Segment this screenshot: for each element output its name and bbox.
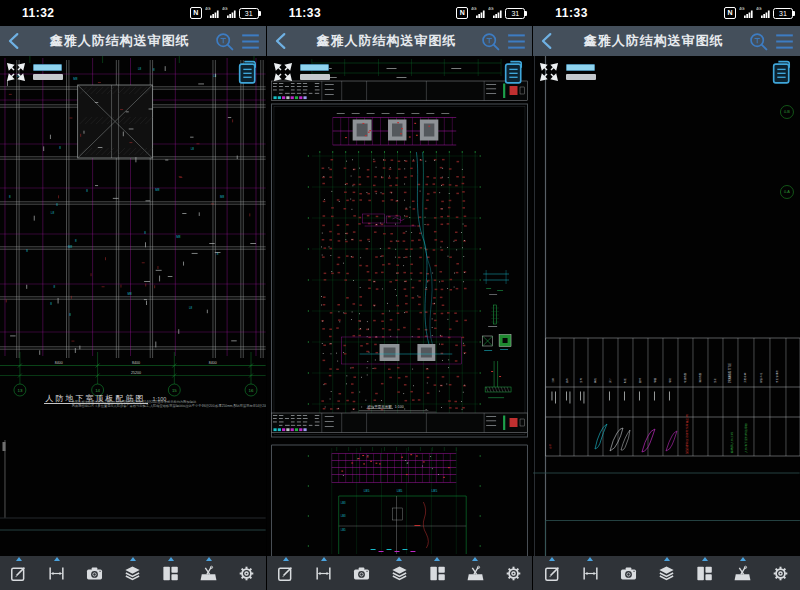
page-title: 鑫雅人防结构送审图纸 bbox=[26, 32, 214, 50]
svg-text:日期: 日期 bbox=[551, 377, 555, 383]
caret-up-icon bbox=[54, 557, 60, 561]
layout-tool-button[interactable] bbox=[690, 556, 720, 590]
fullscreen-button[interactable] bbox=[538, 61, 560, 83]
back-icon[interactable] bbox=[271, 30, 293, 52]
layers-tool-button[interactable] bbox=[652, 556, 682, 590]
menu-icon[interactable] bbox=[240, 31, 261, 52]
caret-up-icon bbox=[740, 557, 746, 561]
gray-pill-toggle[interactable] bbox=[566, 74, 596, 80]
phone-screen-1: 11:32 N 4G 4G 31 鑫雅人防结构送审图纸 M88L88M88L88… bbox=[0, 0, 267, 590]
svg-text:8: 8 bbox=[59, 146, 61, 150]
toolbox-tool-button[interactable] bbox=[460, 556, 490, 590]
page-title: 鑫雅人防结构送审图纸 bbox=[559, 32, 748, 50]
triple-screenshot-strip: 11:32 N 4G 4G 31 鑫雅人防结构送审图纸 M88L88M88L88… bbox=[0, 0, 800, 590]
back-icon[interactable] bbox=[4, 30, 26, 52]
cad-viewport[interactable]: 0-B0-A日期比例图号版次设计制图校对审核审定专业负责项目负责图名DRAWIN… bbox=[533, 56, 800, 556]
fullscreen-button[interactable] bbox=[272, 61, 294, 83]
svg-text:审定: 审定 bbox=[669, 377, 673, 383]
svg-text:8: 8 bbox=[53, 285, 55, 289]
annotations-button[interactable] bbox=[236, 59, 261, 86]
signal-icon-sim2: 4G bbox=[488, 7, 502, 19]
svg-text:项目负责: 项目负责 bbox=[699, 372, 703, 383]
svg-text:M8: M8 bbox=[73, 77, 77, 81]
caret-up-icon bbox=[321, 557, 327, 561]
caret-up-icon bbox=[283, 557, 289, 561]
measure-tool-button[interactable] bbox=[309, 556, 339, 590]
svg-text:M8: M8 bbox=[155, 188, 159, 192]
caret-up-icon bbox=[396, 557, 402, 561]
fullscreen-button[interactable] bbox=[5, 61, 27, 83]
phone-screen-3: 11:33 N 4G 4G 31 鑫雅人防结构送审图纸 0-B0-A日期比例图号… bbox=[533, 0, 800, 590]
caret-up-icon bbox=[587, 557, 593, 561]
status-icons: N 4G 4G 31 bbox=[190, 7, 259, 19]
search-icon[interactable] bbox=[480, 31, 501, 52]
svg-text:版次: 版次 bbox=[594, 377, 598, 383]
nfc-icon: N bbox=[456, 7, 468, 19]
menu-icon[interactable] bbox=[774, 31, 795, 52]
layers-tool-button[interactable] bbox=[384, 556, 414, 590]
caret-up-icon bbox=[206, 557, 212, 561]
blue-pill-toggle[interactable] bbox=[300, 64, 329, 71]
svg-text:8: 8 bbox=[86, 189, 88, 193]
settings-tool-button[interactable] bbox=[232, 556, 262, 590]
layers-tool-button[interactable] bbox=[118, 556, 148, 590]
blue-pill-toggle[interactable] bbox=[33, 64, 62, 71]
edit-tool-button[interactable] bbox=[537, 556, 567, 590]
toolbox-tool-button[interactable] bbox=[194, 556, 224, 590]
gray-pill-toggle[interactable] bbox=[300, 74, 330, 80]
app-header: 鑫雅人防结构送审图纸 bbox=[267, 26, 533, 56]
nfc-icon: N bbox=[724, 7, 736, 19]
svg-text:比例: 比例 bbox=[566, 377, 570, 383]
blue-pill-toggle[interactable] bbox=[566, 64, 595, 71]
app-header: 鑫雅人防结构送审图纸 bbox=[533, 26, 800, 56]
svg-text:8400: 8400 bbox=[55, 361, 63, 365]
svg-text:会签: 会签 bbox=[549, 443, 553, 449]
camera-tool-button[interactable] bbox=[614, 556, 644, 590]
caret-up-icon bbox=[16, 557, 22, 561]
cad-viewport[interactable]: LB5LB5LB5LB3LB3LB5 桩位平面布置图1:100 bbox=[267, 56, 533, 556]
signal-icon-sim1: 4G bbox=[471, 7, 485, 19]
svg-text:鑫雅苑人防工程: 鑫雅苑人防工程 bbox=[731, 432, 735, 454]
camera-tool-button[interactable] bbox=[347, 556, 377, 590]
svg-text:8: 8 bbox=[75, 239, 77, 243]
svg-text:DRAWING TITLE: DRAWING TITLE bbox=[729, 363, 733, 383]
status-icons: N 4G 4G 31 bbox=[724, 7, 793, 19]
measure-tool-button[interactable] bbox=[575, 556, 605, 590]
page-title: 鑫雅人防结构送审图纸 bbox=[293, 32, 481, 50]
svg-text:建设单位: 建设单位 bbox=[760, 372, 764, 384]
camera-tool-button[interactable] bbox=[80, 556, 110, 590]
gray-pill-toggle[interactable] bbox=[33, 74, 63, 80]
svg-text:M8: M8 bbox=[68, 245, 72, 249]
svg-text:专业负责: 专业负责 bbox=[684, 372, 688, 383]
svg-text:审核: 审核 bbox=[654, 377, 658, 383]
svg-text:8: 8 bbox=[9, 195, 11, 199]
back-icon[interactable] bbox=[537, 30, 559, 52]
cad-viewport[interactable]: M88L88M88L88M88L88M88L88M88L88M88L888400… bbox=[0, 56, 266, 556]
edit-tool-button[interactable] bbox=[271, 556, 301, 590]
cad-drawing-titleblock: 0-B0-A日期比例图号版次设计制图校对审核审定专业负责项目负责图名DRAWIN… bbox=[533, 56, 800, 556]
caret-up-icon bbox=[434, 557, 440, 561]
svg-text:8400: 8400 bbox=[209, 361, 217, 365]
toolbox-tool-button[interactable] bbox=[728, 556, 758, 590]
measure-tool-button[interactable] bbox=[42, 556, 72, 590]
annotations-button[interactable] bbox=[502, 59, 527, 86]
status-bar: 11:33 N 4G 4G 31 bbox=[267, 0, 533, 26]
layout-tool-button[interactable] bbox=[422, 556, 452, 590]
search-icon[interactable] bbox=[748, 31, 769, 52]
svg-text:LB5: LB5 bbox=[431, 489, 437, 493]
menu-icon[interactable] bbox=[506, 31, 527, 52]
svg-text:LB5: LB5 bbox=[340, 528, 345, 532]
svg-text:0-B: 0-B bbox=[784, 110, 790, 114]
edit-tool-button[interactable] bbox=[4, 556, 34, 590]
svg-text:L8: L8 bbox=[189, 306, 193, 310]
svg-text:L8: L8 bbox=[51, 211, 55, 215]
settings-tool-button[interactable] bbox=[766, 556, 796, 590]
search-icon[interactable] bbox=[214, 31, 235, 52]
annotations-button[interactable] bbox=[770, 59, 795, 86]
settings-tool-button[interactable] bbox=[498, 556, 528, 590]
bottom-toolbar bbox=[533, 556, 800, 590]
layout-tool-button[interactable] bbox=[156, 556, 186, 590]
app-header: 鑫雅人防结构送审图纸 bbox=[0, 26, 266, 56]
svg-text:工程名称: 工程名称 bbox=[744, 372, 748, 383]
phone-screen-2: 11:33 N 4G 4G 31 鑫雅人防结构送审图纸 LB5LB5LB5LB3… bbox=[267, 0, 534, 590]
